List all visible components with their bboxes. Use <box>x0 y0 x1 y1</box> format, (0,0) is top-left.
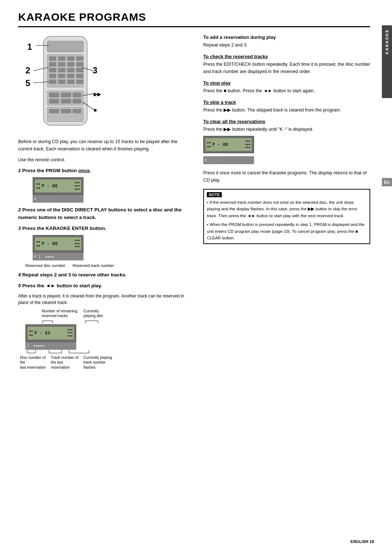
display-step1: ▪▪▪▪ P · 00 ▪▪▪▪▪▪▪▪▪ K ·· ·· <box>25 177 192 203</box>
side-tab-karaoke: KARAOKE <box>382 25 392 98</box>
use-remote-text: Use the remote control. <box>18 156 192 163</box>
svg-rect-4 <box>58 56 65 61</box>
check-reserved-text: Press the EDIT/CHECK button repeatedly. … <box>203 61 370 75</box>
clear-reservations-title: To clear all the reservations <box>203 119 370 124</box>
svg-rect-3 <box>49 56 56 61</box>
display-clear-lower: K · ·· <box>203 156 254 164</box>
step-1-num: 1 <box>18 168 21 173</box>
en-tab: En <box>382 178 392 186</box>
svg-rect-26 <box>73 93 81 97</box>
svg-rect-29 <box>73 99 81 104</box>
bracket-top-svg <box>42 319 122 324</box>
svg-rect-5 <box>67 56 74 61</box>
section-skip-track: To skip a track Press the ▶▶ button. The… <box>203 100 370 114</box>
note-bullet2: • When the PRGM button is pressed repeat… <box>207 221 367 241</box>
note-text: • If the reserved track number does not … <box>207 199 367 241</box>
section-stop-play: To stop play Press the ■ button. Press t… <box>203 80 370 94</box>
section-add-reservation: To add a reservation during play Repeat … <box>203 35 370 49</box>
top-label-remaining: Number of remainingreserved tracks <box>42 309 80 319</box>
remote-svg <box>36 35 94 129</box>
svg-rect-16 <box>58 74 65 78</box>
svg-rect-17 <box>67 74 74 78</box>
step-1-text: 1 Press the PRGM button once. <box>18 167 192 174</box>
step-2-num: 2 <box>18 207 21 212</box>
step-4-text: 4 Repeat steps 2 and 3 to reserve other … <box>18 271 192 279</box>
step3-captions: Reserved disc number Reserved track numb… <box>25 263 192 268</box>
svg-rect-6 <box>76 56 83 61</box>
remote-stop-label: ■ <box>94 107 97 113</box>
svg-rect-21 <box>67 80 74 84</box>
bottom-label-track-last: Track number ofthe last reservation <box>51 355 82 370</box>
svg-rect-18 <box>76 74 83 78</box>
display-clear: ▪▪▪▪ P · 00 ▪▪▪▪▪▪▪▪▪ <box>203 136 254 153</box>
step-1: 1 Press the PRGM button once. ▪▪▪▪ P · 0… <box>18 167 192 203</box>
svg-rect-32 <box>61 109 71 113</box>
step-5: 5 Press the ◄► button to start play. Aft… <box>18 282 192 370</box>
svg-rect-27 <box>49 99 59 104</box>
step-3-label: Press the KARAOKE ENTER button. <box>22 226 106 231</box>
svg-rect-14 <box>76 68 83 72</box>
step-2-label: Press one of the DISC DIRECT PLAY button… <box>18 207 181 220</box>
svg-rect-12 <box>58 68 65 72</box>
remote-ff-label: ▶▶ <box>94 92 101 97</box>
reserved-disc-caption: Reserved disc number <box>25 263 65 268</box>
svg-rect-24 <box>49 93 59 97</box>
step-5-num: 5 <box>18 283 21 288</box>
page-title: KARAOKE PROGRAMS <box>18 11 370 27</box>
svg-rect-22 <box>76 80 83 84</box>
karaoke-tab-label: KARAOKE <box>383 25 391 58</box>
add-reservation-text: Repeat steps 2 and 3. <box>203 41 370 49</box>
bottom-label-disc-last: Disc number of thelast reservation <box>20 355 49 370</box>
svg-rect-1 <box>47 41 83 52</box>
right-column: To add a reservation during play Repeat … <box>203 35 370 374</box>
svg-rect-31 <box>49 109 59 113</box>
step5-diagram: Number of remainingreserved tracks Curre… <box>18 309 192 370</box>
stop-play-title: To stop play <box>203 80 370 86</box>
svg-rect-33 <box>73 109 81 113</box>
svg-rect-20 <box>58 80 65 84</box>
step-4: 4 Repeat steps 2 and 3 to reserve other … <box>18 271 192 279</box>
display-step5-lower: 2 ▪▪▪▪▪ <box>25 342 76 350</box>
bottom-label-currently-playing: Currently playingtrack numberflashes <box>83 355 116 370</box>
step-5-label: Press the ◄► button to start play. <box>22 283 102 288</box>
clear-reservations-text: Press the ▶▶ button repeatedly until "K … <box>203 126 370 133</box>
step-1-label: Press the PRGM button once. <box>22 168 91 173</box>
step-3: 3 Press the KARAOKE ENTER button. ▪▪▪▪ P… <box>18 225 192 268</box>
remote-label-1: 1 <box>27 42 32 52</box>
svg-rect-7 <box>49 62 56 66</box>
step-2: 2 Press one of the DISC DIRECT PLAY butt… <box>18 206 192 221</box>
svg-rect-25 <box>61 93 71 97</box>
page-footer: ENGLISH 18 <box>351 539 374 544</box>
note-label: NOTE <box>207 192 222 197</box>
svg-rect-13 <box>67 68 74 72</box>
svg-rect-9 <box>67 62 74 66</box>
step-4-label: Repeat steps 2 and 3 to reserve other tr… <box>22 272 126 277</box>
svg-rect-11 <box>49 68 56 72</box>
remote-label-5: 5 <box>25 78 30 88</box>
remote-label-3: 3 <box>93 65 97 76</box>
cancel-text: Press it once more to cancel the Karaoke… <box>203 169 370 184</box>
step-3-num: 3 <box>18 226 21 231</box>
svg-rect-10 <box>76 62 83 66</box>
left-column: 1 2 3 5 ▶▶ <box>18 35 192 374</box>
check-reserved-title: To check the reserved tracks <box>203 54 370 59</box>
step-5-text: 5 Press the ◄► button to start play. <box>18 282 192 289</box>
intro-text: Before or during CD play, you can reserv… <box>18 138 192 153</box>
bracket-bottom-svg <box>25 350 109 355</box>
svg-rect-19 <box>49 80 56 84</box>
main-content: KARAOKE PROGRAMS <box>0 0 392 551</box>
svg-rect-8 <box>58 62 65 66</box>
step-4-num: 4 <box>18 272 21 277</box>
en-tab-label: En <box>384 180 389 185</box>
reserved-track-caption: Reserved track number <box>73 263 114 268</box>
remote-label-2: 2 <box>25 65 30 76</box>
top-label-playing-disc: Currentlyplaying disc <box>83 309 116 319</box>
stop-play-text: Press the ■ button. Press the ◄► button … <box>203 87 370 94</box>
note-box: NOTE • If the reserved track number does… <box>203 189 370 244</box>
add-reservation-title: To add a reservation during play <box>203 35 370 40</box>
svg-rect-15 <box>49 74 56 78</box>
display-step5: ▪▪▪▪ P · 83 ▪▪▪▪▪▪▪▪▪ <box>25 324 76 342</box>
skip-track-title: To skip a track <box>203 100 370 105</box>
section-clear-reservations: To clear all the reservations Press the … <box>203 119 370 164</box>
step-2-text: 2 Press one of the DISC DIRECT PLAY butt… <box>18 206 192 221</box>
